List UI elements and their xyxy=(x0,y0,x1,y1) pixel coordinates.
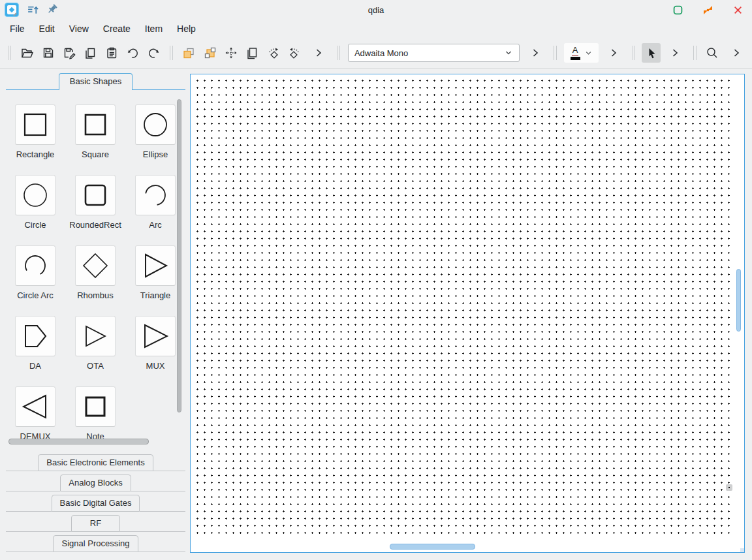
rectangle-icon xyxy=(15,104,55,145)
shape-item-roundedrect[interactable]: RoundedRect xyxy=(65,175,125,232)
category-tabs: Basic Electronic Elements Analog Blocks … xyxy=(0,451,190,552)
circle-icon xyxy=(15,175,55,215)
color-overflow-chevron-icon[interactable] xyxy=(604,43,623,63)
circle-arc-icon xyxy=(15,245,55,286)
chevron-down-icon xyxy=(504,48,513,57)
ota-icon xyxy=(75,316,116,356)
roundedrect-icon xyxy=(75,175,116,215)
shape-palette-sidebar: Basic Shapes Rectangle Squar xyxy=(0,69,190,560)
toolbar-separator xyxy=(693,46,697,60)
toolbar-separator xyxy=(554,46,557,60)
shape-item-circle[interactable]: Circle xyxy=(5,175,65,232)
move-button[interactable] xyxy=(222,43,240,63)
square-icon xyxy=(75,104,116,145)
shape-item-demux[interactable]: DEMUX xyxy=(5,386,65,439)
menu-edit[interactable]: Edit xyxy=(32,22,62,36)
window-title: qdia xyxy=(0,5,752,15)
rhombus-icon xyxy=(75,245,116,286)
zoom-overflow-chevron-icon[interactable] xyxy=(727,43,745,63)
triangle-icon xyxy=(135,245,176,286)
lower-button[interactable] xyxy=(200,43,219,63)
pointer-tool-button[interactable] xyxy=(642,43,660,63)
shape-palette: Rectangle Square Ellipse xyxy=(0,90,190,439)
toolbar-handle[interactable] xyxy=(8,46,11,60)
scrollbar-corner xyxy=(740,548,744,552)
shape-item-rectangle[interactable]: Rectangle xyxy=(5,104,65,161)
palette-horizontal-scrollbar[interactable] xyxy=(8,439,149,444)
magnifier-icon xyxy=(706,46,719,59)
tabbar-baseline xyxy=(6,73,59,90)
menubar: File Edit View Create Item Help xyxy=(0,20,752,38)
maximize-icon[interactable] xyxy=(672,5,683,15)
menu-item[interactable]: Item xyxy=(138,22,170,36)
tab-basic-electronic-elements[interactable]: Basic Electronic Elements xyxy=(38,454,153,471)
diagram-canvas[interactable] xyxy=(190,74,745,553)
paste-button[interactable] xyxy=(102,43,121,63)
tab-basic-shapes[interactable]: Basic Shapes xyxy=(59,73,133,90)
text-color-icon: A xyxy=(571,46,580,60)
save-button[interactable] xyxy=(39,43,57,63)
rotate-cw-button[interactable] xyxy=(264,43,283,63)
toolbar-separator xyxy=(337,46,340,60)
tab-analog-blocks[interactable]: Analog Blocks xyxy=(60,474,131,491)
current-color-swatch xyxy=(571,57,580,60)
shape-item-note[interactable]: Note xyxy=(65,386,125,439)
menu-view[interactable]: View xyxy=(62,22,96,36)
shape-item-ota[interactable]: OTA xyxy=(65,316,125,373)
cursor-grid-highlight xyxy=(726,484,732,491)
duplicate-button[interactable] xyxy=(243,43,261,63)
menu-help[interactable]: Help xyxy=(170,22,203,36)
open-button[interactable] xyxy=(18,43,36,63)
toolbar-separator xyxy=(170,46,173,60)
text-color-button[interactable]: A xyxy=(564,43,599,63)
tabbar-baseline xyxy=(133,73,185,90)
shape-item-square[interactable]: Square xyxy=(65,104,125,161)
tab-signal-processing[interactable]: Signal Processing xyxy=(53,535,138,552)
dot-grid xyxy=(192,76,731,537)
mux-icon xyxy=(135,316,176,356)
menu-create[interactable]: Create xyxy=(96,22,138,36)
tool-overflow-chevron-icon[interactable] xyxy=(666,43,684,63)
font-selector-value: Adwaita Mono xyxy=(354,48,504,58)
toolbar-separator xyxy=(633,46,636,60)
redo-icon[interactable] xyxy=(145,43,163,63)
shape-item-rhombus[interactable]: Rhombus xyxy=(65,245,125,302)
demux-icon xyxy=(15,386,55,427)
save-as-button[interactable] xyxy=(60,43,78,63)
da-icon xyxy=(15,316,55,356)
font-selector[interactable]: Adwaita Mono xyxy=(348,44,520,62)
tab-basic-digital-gates[interactable]: Basic Digital Gates xyxy=(52,495,140,512)
canvas-horizontal-scrollbar[interactable] xyxy=(390,544,475,550)
main-toolbar: Adwaita Mono A xyxy=(0,38,752,69)
close-icon[interactable] xyxy=(732,5,743,15)
copy-button[interactable] xyxy=(81,43,99,63)
zoom-tool-button[interactable] xyxy=(703,43,721,63)
note-icon xyxy=(75,386,116,427)
menu-file[interactable]: File xyxy=(3,22,32,36)
toolbar-overflow-chevron-icon[interactable] xyxy=(309,43,328,63)
canvas-vertical-scrollbar[interactable] xyxy=(736,269,741,332)
cursor-arrow-icon xyxy=(645,46,658,59)
ellipse-icon xyxy=(135,104,176,145)
shape-item-circle-arc[interactable]: Circle Arc xyxy=(5,245,65,302)
qdia-window: qdia File Edit View Create Item Help xyxy=(0,0,752,560)
canvas-area xyxy=(190,69,752,560)
font-overflow-chevron-icon[interactable] xyxy=(526,43,544,63)
titlebar: qdia xyxy=(0,0,752,20)
raise-button[interactable] xyxy=(180,43,198,63)
minimize-icon[interactable] xyxy=(702,5,713,15)
shape-item-da[interactable]: DA xyxy=(5,316,65,373)
tab-rf[interactable]: RF xyxy=(71,515,120,532)
palette-vertical-scrollbar[interactable] xyxy=(177,99,181,412)
rotate-ccw-button[interactable] xyxy=(285,43,304,63)
arc-icon xyxy=(135,175,176,215)
palette-tabbar: Basic Shapes xyxy=(0,69,190,90)
undo-icon[interactable] xyxy=(123,43,142,63)
chevron-down-icon xyxy=(584,49,593,57)
